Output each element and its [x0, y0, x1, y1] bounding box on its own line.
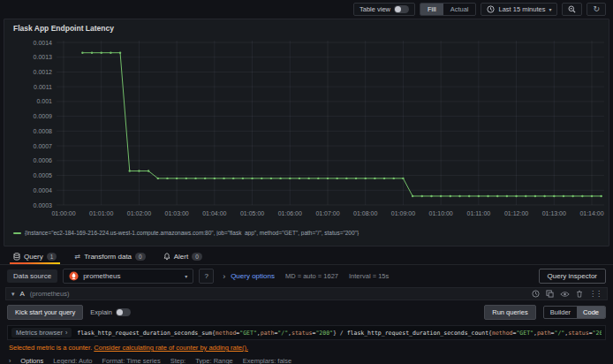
- editor-tabs: Query 1 ⇄ Transform data 0 Alert 0: [0, 248, 613, 265]
- panel-edit-toolbar: Table view Fill Actual Last 15 minutes ▾…: [0, 0, 613, 18]
- svg-text:01:09:00: 01:09:00: [391, 210, 415, 216]
- legend-item[interactable]: {instance="ec2-184-169-216-224.us-west-1…: [4, 230, 609, 236]
- options-summary: Legend: AutoFormat: Time seriesStep:Type…: [53, 357, 291, 364]
- options-toggle[interactable]: Options: [20, 357, 43, 364]
- svg-text:0.0003: 0.0003: [34, 202, 53, 209]
- svg-text:0.0006: 0.0006: [34, 157, 53, 163]
- tab-alert[interactable]: Alert 0: [155, 248, 210, 264]
- svg-text:0.0012: 0.0012: [34, 69, 53, 75]
- duplicate-query-icon[interactable]: [546, 290, 554, 298]
- query-inspector-button[interactable]: Query inspector: [539, 269, 606, 284]
- svg-text:01:04:00: 01:04:00: [202, 210, 226, 216]
- datasource-label: Data source: [7, 269, 57, 283]
- refresh-icon: ↻: [593, 4, 600, 13]
- question-circle-icon: ?: [204, 272, 208, 280]
- drag-handle-icon[interactable]: ⋮⋮: [589, 290, 602, 298]
- explain-switch[interactable]: [116, 308, 131, 316]
- table-view-toggle[interactable]: Table view: [353, 3, 415, 16]
- explain-toggle[interactable]: Explain: [90, 308, 131, 316]
- metrics-browser-label: Metrics browser: [16, 329, 63, 337]
- tab-transform-label: Transform data: [84, 253, 132, 261]
- svg-text:01:05:00: 01:05:00: [240, 210, 264, 216]
- datasource-name: prometheus: [83, 272, 120, 280]
- svg-text:01:14:00: 01:14:00: [579, 210, 603, 216]
- datasource-picker[interactable]: prometheus ▾: [63, 269, 193, 284]
- svg-text:01:11:00: 01:11:00: [466, 210, 490, 216]
- svg-text:01:13:00: 01:13:00: [542, 210, 566, 216]
- fill-button[interactable]: Fill: [420, 4, 443, 15]
- legend-label: {instance="ec2-184-169-216-224.us-west-1…: [25, 230, 359, 236]
- magnifier-minus-icon: [568, 5, 576, 13]
- latency-chart[interactable]: 01:00:0001:01:0001:02:0001:03:0001:04:00…: [5, 34, 608, 230]
- option-item: Format: Time series: [102, 357, 160, 364]
- svg-text:0.0014: 0.0014: [34, 40, 53, 46]
- zoom-out-button[interactable]: [562, 3, 582, 16]
- run-queries-button[interactable]: Run queries: [484, 305, 535, 320]
- time-range-picker[interactable]: Last 15 minutes ▾: [481, 3, 557, 16]
- svg-text:01:03:00: 01:03:00: [165, 210, 189, 216]
- chevron-right-icon[interactable]: ›: [9, 358, 11, 364]
- tab-transform-data[interactable]: ⇄ Transform data 0: [66, 248, 153, 264]
- chevron-down-icon: ▾: [549, 6, 551, 12]
- option-item: Step:: [170, 357, 186, 364]
- max-data-points-summary: MD = auto = 1627: [285, 272, 338, 280]
- promql-expression-input[interactable]: flask_http_request_duration_seconds_sum{…: [77, 330, 602, 337]
- query-editor-section: ▾ A (prometheus) ⋮⋮ Kick start your quer…: [5, 287, 608, 364]
- chevron-down-icon: ▾: [185, 273, 187, 279]
- builder-mode-button[interactable]: Builder: [544, 307, 577, 318]
- explain-label: Explain: [90, 308, 112, 316]
- transform-icon: ⇄: [74, 253, 80, 261]
- hide-response-eye-icon[interactable]: [560, 291, 570, 298]
- tab-alert-count: 0: [192, 253, 202, 261]
- time-series-panel: Flask App Endpoint Latency 01:00:0001:01…: [4, 19, 609, 246]
- svg-text:01:07:00: 01:07:00: [315, 210, 339, 216]
- actual-button[interactable]: Actual: [443, 4, 476, 15]
- query-row-actions: ⋮⋮: [532, 290, 602, 298]
- refresh-button[interactable]: ↻: [587, 3, 606, 16]
- datasource-row: Data source prometheus ▾ ? › Query optio…: [0, 265, 613, 286]
- history-clock-icon[interactable]: [532, 290, 540, 298]
- svg-text:0.001: 0.001: [36, 98, 52, 104]
- table-view-label: Table view: [359, 5, 390, 13]
- svg-text:0.0008: 0.0008: [34, 128, 53, 134]
- collapse-query-row-icon[interactable]: ▾: [11, 291, 15, 298]
- query-ref-id: A: [20, 290, 25, 298]
- svg-text:01:12:00: 01:12:00: [504, 210, 528, 216]
- query-options-toggle[interactable]: Query options: [231, 272, 275, 280]
- tab-alert-label: Alert: [174, 253, 188, 261]
- tab-transform-count: 0: [135, 253, 146, 261]
- kick-start-query-button[interactable]: Kick start your query: [7, 305, 83, 320]
- datasource-help-button[interactable]: ?: [199, 269, 214, 284]
- metrics-browser-toggle[interactable]: Metrics browser ›: [11, 328, 72, 337]
- query-options-footer: › Options Legend: AutoFormat: Time serie…: [7, 357, 606, 364]
- table-view-switch[interactable]: [394, 5, 409, 13]
- svg-text:0.0007: 0.0007: [34, 143, 53, 149]
- time-range-label: Last 15 minutes: [498, 5, 545, 13]
- database-icon: [13, 253, 20, 261]
- counter-warning: Selected metric is a counter. Consider c…: [7, 344, 606, 352]
- remove-query-trash-icon[interactable]: [576, 290, 583, 298]
- promql-editor-row: Metrics browser › flask_http_request_dur…: [7, 325, 606, 340]
- svg-text:0.0011: 0.0011: [34, 84, 52, 90]
- option-item: Exemplars: false: [243, 357, 291, 364]
- add-rate-link[interactable]: Consider calculating rate of counter by …: [94, 344, 248, 352]
- svg-text:01:10:00: 01:10:00: [429, 210, 453, 216]
- tab-query-label: Query: [24, 253, 43, 261]
- series-color-mark: [13, 232, 21, 234]
- tab-query-count: 1: [47, 253, 57, 261]
- option-item: Type: Range: [195, 357, 233, 364]
- panel-title: Flask App Endpoint Latency: [4, 19, 609, 34]
- code-mode-button[interactable]: Code: [577, 307, 605, 318]
- svg-text:01:08:00: 01:08:00: [353, 210, 377, 216]
- query-row-header[interactable]: ▾ A (prometheus) ⋮⋮: [5, 287, 608, 300]
- svg-text:0.0005: 0.0005: [34, 172, 53, 178]
- svg-text:01:00:00: 01:00:00: [51, 210, 75, 216]
- svg-text:0.0013: 0.0013: [34, 54, 53, 60]
- clock-icon: [487, 5, 495, 13]
- chevron-right-icon: ›: [223, 272, 225, 281]
- query-actions-cluster: Run queries Builder Code: [484, 305, 606, 320]
- tab-query[interactable]: Query 1: [5, 248, 64, 264]
- svg-text:0.0009: 0.0009: [34, 113, 53, 119]
- warning-text: Selected metric is a counter.: [9, 344, 92, 352]
- query-row-body: Kick start your query Explain Run querie…: [5, 300, 608, 364]
